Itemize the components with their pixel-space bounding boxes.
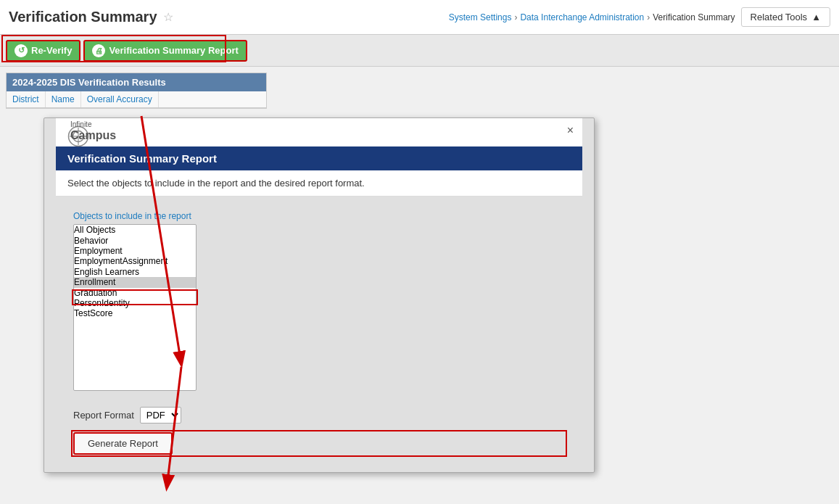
modal-dialog: Infinite Campus × Verification Summary R…: [44, 117, 595, 473]
header-bar: Verification Summary ☆ System Settings ›…: [0, 0, 839, 35]
generate-report-button[interactable]: Generate Report: [73, 432, 173, 455]
listbox-item-enrollment[interactable]: Enrollment: [74, 277, 196, 287]
chevron-up-icon: ▲: [811, 12, 821, 22]
report-format-row: Report Format PDF CSV XML: [73, 407, 565, 424]
objects-listbox[interactable]: All Objects Behavior Employment Employme…: [73, 224, 197, 391]
re-verify-button[interactable]: ↺ Re-Verify: [6, 40, 80, 62]
modal-title: Verification Summary Report: [67, 152, 217, 165]
col-overall-accuracy[interactable]: Overall Accuracy: [81, 91, 159, 107]
objects-label: Objects to include in the report: [73, 211, 565, 221]
header-right: System Settings › Data Interchange Admin…: [449, 7, 830, 27]
listbox-item-all-objects[interactable]: All Objects: [74, 225, 196, 235]
table-columns: District Name Overall Accuracy: [7, 91, 266, 108]
report-format-label: Report Format: [73, 410, 134, 421]
breadcrumb-current: Verification Summary: [653, 12, 735, 22]
report-btn-label: Verification Summary Report: [109, 45, 238, 56]
breadcrumb: System Settings › Data Interchange Admin…: [449, 12, 735, 22]
generate-btn-wrapper: Generate Report: [73, 432, 565, 455]
printer-icon: 🖨: [92, 44, 105, 57]
re-verify-icon: ↺: [15, 44, 28, 57]
infinite-campus-logo: Infinite Campus: [67, 125, 116, 142]
breadcrumb-sep1: ›: [514, 12, 517, 22]
toolbar: ↺ Re-Verify 🖨 Verification Summary Repor…: [0, 35, 839, 67]
breadcrumb-system-settings[interactable]: System Settings: [449, 12, 512, 22]
listbox-item-test-score[interactable]: TestScore: [74, 308, 196, 318]
modal-close-button[interactable]: ×: [567, 124, 574, 137]
listbox-item-english-learners[interactable]: English Learners: [74, 267, 196, 277]
modal-desc-text: Select the objects to include in the rep…: [67, 178, 365, 189]
page-wrapper: Verification Summary ☆ System Settings ›…: [0, 0, 839, 504]
col-district[interactable]: District: [7, 91, 46, 107]
modal-logo-area: Infinite Campus ×: [56, 118, 582, 146]
re-verify-label: Re-Verify: [31, 45, 72, 56]
listbox-item-graduation[interactable]: Graduation: [74, 288, 196, 298]
results-table: 2024-2025 DIS Verification Results Distr…: [6, 73, 267, 109]
favorite-star-icon[interactable]: ☆: [163, 10, 173, 24]
modal-title-bar: Verification Summary Report: [56, 146, 582, 170]
logo-campus-text: Campus: [70, 128, 116, 142]
report-format-select[interactable]: PDF CSV XML: [140, 407, 181, 424]
col-name[interactable]: Name: [46, 91, 81, 107]
related-tools-button[interactable]: Related Tools ▲: [741, 7, 830, 27]
main-content: 2024-2025 DIS Verification Results Distr…: [0, 67, 839, 115]
listbox-item-behavior[interactable]: Behavior: [74, 236, 196, 246]
breadcrumb-data-interchange[interactable]: Data Interchange Administration: [520, 12, 644, 22]
listbox-item-person-identity[interactable]: PersonIdentity: [74, 298, 196, 308]
modal-body: Objects to include in the report All Obj…: [44, 205, 594, 472]
listbox-item-employment-assignment[interactable]: EmploymentAssignment: [74, 256, 196, 266]
page-title: Verification Summary: [9, 9, 157, 25]
header-left: Verification Summary ☆: [9, 9, 173, 25]
modal-description: Select the objects to include in the rep…: [56, 170, 582, 197]
generate-btn-label: Generate Report: [88, 438, 158, 449]
logo-infinite-text: Infinite: [70, 121, 116, 128]
listbox-item-employment[interactable]: Employment: [74, 246, 196, 256]
table-header: 2024-2025 DIS Verification Results: [7, 73, 266, 91]
verification-summary-report-button[interactable]: 🖨 Verification Summary Report: [83, 40, 247, 62]
related-tools-label: Related Tools: [751, 12, 808, 22]
breadcrumb-sep2: ›: [647, 12, 650, 22]
